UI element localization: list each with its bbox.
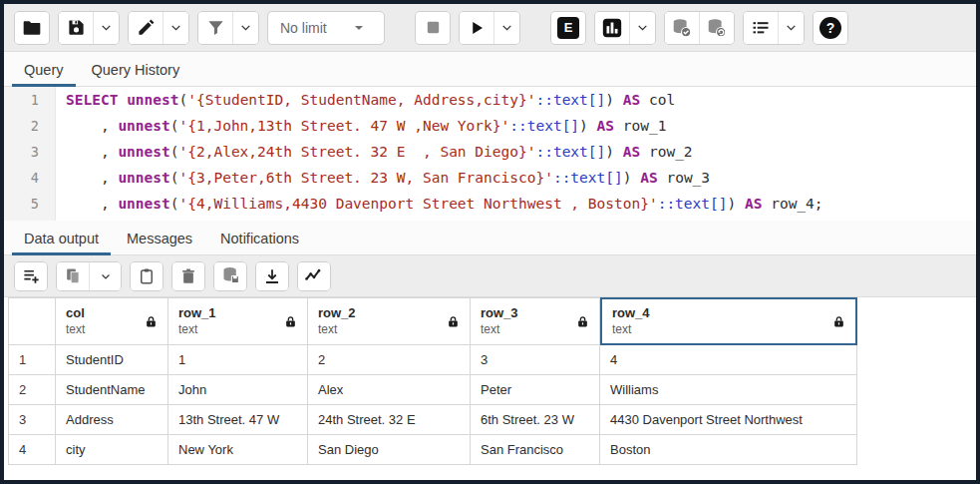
chevron-down-icon bbox=[239, 21, 252, 34]
row-limit-select[interactable]: No limit bbox=[267, 11, 385, 45]
column-name: row_2 bbox=[318, 305, 356, 321]
data-cell[interactable]: Boston bbox=[600, 435, 857, 465]
edit-dropdown-button[interactable] bbox=[163, 12, 188, 44]
data-cell[interactable]: Peter bbox=[471, 375, 600, 405]
line-number: 6 bbox=[4, 217, 56, 221]
chevron-down-icon bbox=[785, 21, 798, 34]
column-name: row_1 bbox=[178, 305, 216, 321]
commit-button[interactable] bbox=[665, 12, 699, 44]
filter-funnel-icon bbox=[206, 18, 225, 37]
column-header-row_3[interactable]: row_3text bbox=[471, 297, 600, 345]
data-cell[interactable]: 3 bbox=[471, 345, 600, 375]
row-number-cell[interactable]: 4 bbox=[8, 435, 56, 465]
commit-database-icon bbox=[671, 17, 693, 39]
filter-button[interactable] bbox=[198, 12, 232, 44]
lock-icon bbox=[145, 315, 158, 328]
edit-button[interactable] bbox=[129, 12, 163, 44]
sql-editor[interactable]: 1SELECT unnest('{StudentID, StudentName,… bbox=[4, 87, 976, 221]
execute-button[interactable] bbox=[460, 12, 493, 44]
data-cell[interactable]: San Diego bbox=[308, 435, 471, 465]
data-cell[interactable]: New York bbox=[168, 435, 308, 465]
data-cell[interactable]: StudentID bbox=[56, 345, 168, 375]
column-header-col[interactable]: coltext bbox=[56, 297, 168, 345]
code-line: 1SELECT unnest('{StudentID, StudentName,… bbox=[4, 87, 976, 113]
column-header-row_1[interactable]: row_1text bbox=[168, 297, 308, 345]
delete-button[interactable] bbox=[172, 262, 204, 290]
save-data-changes-button[interactable] bbox=[214, 262, 246, 290]
explain-icon: E bbox=[557, 17, 579, 39]
help-icon: ? bbox=[819, 17, 841, 39]
tab-data-output[interactable]: Data output bbox=[10, 223, 113, 254]
save-dropdown-button[interactable] bbox=[93, 12, 119, 44]
copy-button[interactable] bbox=[57, 262, 89, 290]
tab-query[interactable]: Query bbox=[10, 54, 78, 86]
row-number-cell[interactable]: 1 bbox=[8, 345, 56, 375]
lock-icon bbox=[284, 315, 297, 328]
column-header-row_4[interactable]: row_4text bbox=[600, 297, 857, 345]
data-cell[interactable]: 4430 Davenport Street Northwest bbox=[600, 405, 857, 435]
line-number: 3 bbox=[4, 139, 56, 165]
data-cell[interactable]: 6th Street. 23 W bbox=[471, 405, 600, 435]
data-cell[interactable]: 2 bbox=[308, 345, 471, 375]
column-name: col bbox=[66, 305, 85, 321]
column-type: text bbox=[178, 322, 216, 337]
copy-dropdown-button[interactable] bbox=[89, 262, 121, 290]
save-button[interactable] bbox=[59, 12, 93, 44]
column-header-row_2[interactable]: row_2text bbox=[308, 297, 471, 345]
execute-dropdown-button[interactable] bbox=[493, 12, 519, 44]
data-cell[interactable]: Alex bbox=[308, 375, 471, 405]
tab-query-history-label: Query History bbox=[92, 62, 180, 78]
line-number: 4 bbox=[4, 165, 56, 191]
save-icon bbox=[67, 18, 86, 37]
explain-button[interactable]: E bbox=[551, 12, 585, 44]
data-cell[interactable]: StudentName bbox=[56, 375, 168, 405]
explain-dropdown-button[interactable] bbox=[629, 12, 655, 44]
add-row-button[interactable] bbox=[15, 262, 47, 290]
help-button[interactable]: ? bbox=[814, 12, 847, 44]
graph-visualiser-button[interactable] bbox=[298, 262, 330, 290]
data-cell[interactable]: Address bbox=[56, 405, 168, 435]
paste-button[interactable] bbox=[131, 262, 163, 290]
code-line: 3 , unnest('{2,Alex,24th Street. 32 E , … bbox=[4, 139, 976, 165]
data-cell[interactable]: city bbox=[56, 435, 168, 465]
data-cell[interactable]: 13th Street. 47 W bbox=[168, 405, 308, 435]
grid-corner-cell[interactable] bbox=[8, 297, 56, 345]
macros-dropdown-button[interactable] bbox=[778, 12, 804, 44]
tab-notifications[interactable]: Notifications bbox=[206, 223, 313, 254]
open-file-button[interactable] bbox=[15, 12, 49, 44]
column-type: text bbox=[612, 322, 650, 337]
rollback-database-icon bbox=[706, 17, 728, 39]
data-cell[interactable]: 1 bbox=[168, 345, 308, 375]
line-number: 5 bbox=[4, 191, 56, 217]
chevron-down-icon bbox=[169, 21, 182, 34]
save-data-database-icon bbox=[220, 265, 241, 286]
grid-body: 1StudentID12342StudentNameJohnAlexPeterW… bbox=[8, 345, 976, 465]
data-cell[interactable]: San Francisco bbox=[471, 435, 600, 465]
lock-icon bbox=[832, 315, 845, 328]
table-row: 3Address13th Street. 47 W24th Street. 32… bbox=[8, 405, 976, 435]
row-number-cell[interactable]: 3 bbox=[8, 405, 56, 435]
column-type: text bbox=[66, 322, 85, 337]
add-row-icon bbox=[22, 266, 41, 285]
explain-analyze-button[interactable] bbox=[595, 12, 629, 44]
rollback-button[interactable] bbox=[699, 12, 734, 44]
tab-messages[interactable]: Messages bbox=[113, 223, 206, 254]
data-cell[interactable]: 24th Street. 32 E bbox=[308, 405, 471, 435]
data-cell[interactable]: Williams bbox=[600, 375, 857, 405]
table-row: 2StudentNameJohnAlexPeterWilliams bbox=[8, 375, 976, 405]
download-csv-button[interactable] bbox=[256, 262, 288, 290]
tab-messages-label: Messages bbox=[127, 231, 192, 246]
macros-button[interactable] bbox=[744, 12, 778, 44]
tab-query-history[interactable]: Query History bbox=[78, 54, 194, 86]
data-cell[interactable]: 4 bbox=[600, 345, 857, 375]
row-number-cell[interactable]: 2 bbox=[8, 375, 56, 405]
filter-dropdown-button[interactable] bbox=[232, 12, 258, 44]
column-name: row_3 bbox=[481, 305, 518, 321]
stop-button[interactable] bbox=[416, 12, 450, 44]
table-row: 4cityNew YorkSan DiegoSan FranciscoBosto… bbox=[8, 435, 976, 465]
chevron-down-icon bbox=[100, 21, 113, 34]
copy-icon bbox=[64, 266, 83, 285]
data-cell[interactable]: John bbox=[168, 375, 308, 405]
tab-data-output-label: Data output bbox=[24, 231, 99, 246]
chevron-down-icon bbox=[353, 22, 365, 34]
